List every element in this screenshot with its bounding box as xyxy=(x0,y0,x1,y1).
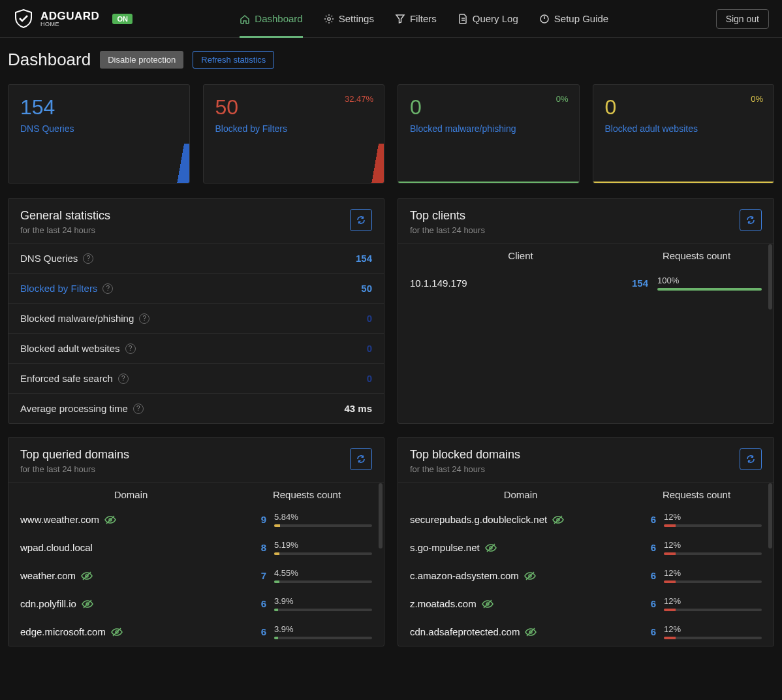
pct-cell: 100% xyxy=(657,276,762,291)
stat-label[interactable]: DNS Queries xyxy=(20,123,178,134)
nav-dashboard[interactable]: Dashboard xyxy=(240,0,302,38)
refresh-button[interactable] xyxy=(350,448,372,470)
pct-cell: 12% xyxy=(664,596,762,611)
stat-label[interactable]: Blocked adult websites xyxy=(605,123,762,134)
refresh-icon xyxy=(356,454,366,464)
brand-sub: HOME xyxy=(40,22,99,27)
count-link[interactable]: 6 xyxy=(633,598,656,609)
help-icon[interactable]: ? xyxy=(83,253,93,264)
stat-value: 0 xyxy=(410,95,567,119)
panel-subtitle: for the last 24 hours xyxy=(410,464,740,474)
stat-label[interactable]: Blocked malware/phishing xyxy=(410,123,567,134)
panel-subtitle: for the last 24 hours xyxy=(20,464,350,474)
scrollbar[interactable] xyxy=(768,244,772,310)
brand-text: ADGUARD xyxy=(40,10,99,22)
stat-name: Blocked malware/phishing ? xyxy=(20,313,149,324)
refresh-button[interactable] xyxy=(350,209,372,231)
help-icon[interactable]: ? xyxy=(102,283,113,294)
stat-value: 0 xyxy=(605,95,762,119)
domain-cell: securepubads.g.doubleclick.net xyxy=(410,514,625,526)
refresh-icon xyxy=(356,215,366,225)
count-link[interactable]: 9 xyxy=(243,514,266,525)
tracker-icon[interactable] xyxy=(81,570,93,582)
panel-subtitle: for the last 24 hours xyxy=(20,225,350,235)
funnel-icon xyxy=(395,14,405,24)
tracker-icon[interactable] xyxy=(111,626,123,638)
tracker-icon[interactable] xyxy=(524,570,536,582)
stat-row: Enforced safe search ?0 xyxy=(8,364,384,394)
client-cell[interactable]: 10.1.149.179 xyxy=(410,278,619,289)
page-header: Dashboard Disable protection Refresh sta… xyxy=(8,50,774,70)
table-row: c.amazon-adsystem.com 612% xyxy=(398,562,774,590)
refresh-button[interactable] xyxy=(740,209,762,231)
panel-title: General statistics xyxy=(20,209,350,223)
count-link[interactable]: 6 xyxy=(243,626,266,637)
stat-value: 43 ms xyxy=(344,403,372,414)
help-icon[interactable]: ? xyxy=(118,374,129,384)
pct-cell: 5.84% xyxy=(274,512,372,527)
tracker-icon[interactable] xyxy=(552,514,564,526)
pct-cell: 3.9% xyxy=(274,624,372,639)
table-row: s.go-mpulse.net 612% xyxy=(398,533,774,562)
stat-row: Blocked by Filters ?50 xyxy=(8,274,384,304)
domain-cell: cdn.adsafeprotected.com xyxy=(410,626,625,638)
count-link[interactable]: 8 xyxy=(243,542,266,553)
refresh-statistics-button[interactable]: Refresh statistics xyxy=(193,51,274,69)
count-link[interactable]: 6 xyxy=(633,514,656,525)
tracker-icon[interactable] xyxy=(525,626,537,638)
tracker-icon[interactable] xyxy=(485,542,497,554)
count-link[interactable]: 7 xyxy=(243,570,266,581)
domain-cell: c.amazon-adsystem.com xyxy=(410,570,625,582)
nav-settings[interactable]: Settings xyxy=(324,0,374,38)
count-link[interactable]: 6 xyxy=(633,626,656,637)
stat-name: Average processing time ? xyxy=(20,403,144,414)
disable-protection-button[interactable]: Disable protection xyxy=(100,51,183,69)
count-link[interactable]: 6 xyxy=(633,542,656,553)
count-link[interactable]: 6 xyxy=(633,570,656,581)
refresh-button[interactable] xyxy=(740,448,762,470)
help-icon[interactable]: ? xyxy=(125,343,136,354)
nav-filters[interactable]: Filters xyxy=(395,0,437,38)
table-row: edge.microsoft.com 63.9% xyxy=(8,618,384,646)
tracker-icon[interactable] xyxy=(82,598,93,610)
tracker-icon[interactable] xyxy=(104,514,116,526)
stat-row: Blocked adult websites ?0 xyxy=(8,334,384,364)
refresh-icon xyxy=(745,454,756,464)
table-row: wpad.cloud.local85.19% xyxy=(8,533,384,562)
panel-subtitle: for the last 24 hours xyxy=(410,225,740,235)
col-header-requests: Requests count xyxy=(631,250,762,261)
scrollbar[interactable] xyxy=(379,483,383,549)
stat-value: 154 xyxy=(20,95,178,119)
scrollbar[interactable] xyxy=(768,483,772,549)
panel-general-stats: General statistics for the last 24 hours… xyxy=(8,198,384,424)
count-link[interactable]: 6 xyxy=(243,598,266,609)
stat-value[interactable]: 50 xyxy=(361,283,372,294)
col-header-requests: Requests count xyxy=(631,489,762,500)
stat-label[interactable]: Blocked by Filters xyxy=(215,123,373,134)
main-nav: Dashboard Settings Filters Query Log Set… xyxy=(133,0,716,38)
domain-cell: wpad.cloud.local xyxy=(20,542,235,553)
logo[interactable]: ADGUARD HOME ON xyxy=(13,8,133,29)
stat-card-malware: 0% 0 Blocked malware/phishing xyxy=(398,84,580,183)
help-icon[interactable]: ? xyxy=(139,313,149,324)
signout-button[interactable]: Sign out xyxy=(716,9,769,29)
nav-setupguide[interactable]: Setup Guide xyxy=(539,0,608,38)
table-row: www.weather.com 95.84% xyxy=(8,505,384,533)
nav-querylog[interactable]: Query Log xyxy=(458,0,518,38)
domain-cell: s.go-mpulse.net xyxy=(410,542,625,554)
pct-cell: 12% xyxy=(664,512,762,527)
table-row: weather.com 74.55% xyxy=(8,562,384,590)
panel-top-clients: Top clients for the last 24 hours Client… xyxy=(398,198,774,424)
help-icon[interactable]: ? xyxy=(133,404,144,414)
stat-card-dns: 154 DNS Queries xyxy=(8,84,190,183)
stat-row: Average processing time ?43 ms xyxy=(8,394,384,423)
col-header-domain: Domain xyxy=(20,489,242,500)
stat-value: 154 xyxy=(356,253,372,264)
table-row: cdn.polyfill.io 63.9% xyxy=(8,590,384,618)
count-link[interactable]: 154 xyxy=(619,278,648,289)
stat-card-adult: 0% 0 Blocked adult websites xyxy=(593,84,775,183)
shield-icon xyxy=(13,8,34,29)
stat-name[interactable]: Blocked by Filters ? xyxy=(20,283,113,294)
pct-cell: 4.55% xyxy=(274,568,372,583)
tracker-icon[interactable] xyxy=(482,598,493,610)
